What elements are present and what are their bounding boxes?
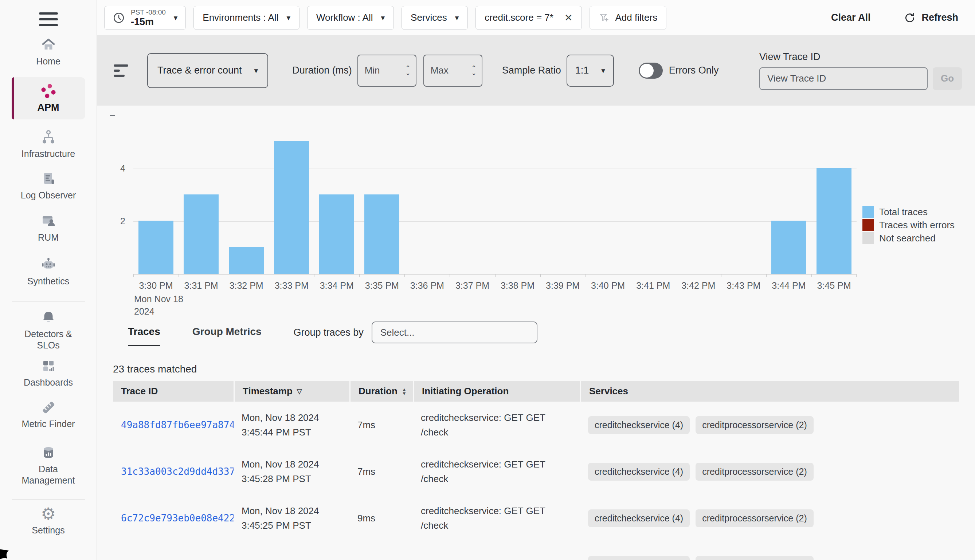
x-axis-tick [269, 274, 269, 277]
chart-options-icon[interactable] [114, 65, 128, 77]
tab-traces[interactable]: Traces [128, 326, 160, 346]
legend-swatch [862, 232, 874, 244]
chart-bar[interactable] [319, 195, 354, 274]
x-axis-label: 3:38 PM [492, 280, 543, 291]
filter-chip[interactable]: credit.score = 7*✕ [476, 6, 581, 30]
legend-item[interactable]: Traces with errors [862, 218, 955, 232]
duration-cell: 7ms [349, 402, 413, 448]
errors-only-toggle[interactable] [639, 63, 663, 78]
stepper-arrows-icon[interactable]: ⌃⌄ [405, 65, 410, 76]
group-by-select[interactable]: Select... [372, 322, 538, 343]
time-range-picker[interactable]: PST -08:00 -15m ▾ [104, 6, 186, 30]
tab-group-metrics[interactable]: Group Metrics [192, 326, 262, 346]
add-filters-button[interactable]: Add filters [589, 6, 667, 30]
duration-cell [349, 542, 413, 560]
sidebar-item-synthetics[interactable]: Synthetics [27, 256, 69, 287]
chart-bar[interactable] [229, 247, 264, 274]
service-chip[interactable]: creditcheckservice (4) [588, 556, 690, 560]
chart-bar[interactable] [184, 195, 219, 274]
synthetics-icon [40, 256, 57, 273]
chart-bar[interactable] [771, 221, 806, 274]
operation-cell: creditcheckservice: GET GET/check [413, 495, 580, 542]
trace-id-link[interactable]: 49a88fd87fb6ee97a874 [121, 420, 234, 430]
sidebar-item-metric-finder[interactable]: Metric Finder [22, 399, 75, 430]
sidebar-item-data-management[interactable]: Data Management [13, 444, 84, 486]
hamburger-menu-icon[interactable] [39, 12, 58, 26]
filter-dropdown-workflow[interactable]: Workflow : All▾ [307, 6, 394, 30]
sidebar: HomeAPMInfrastructureLog ObserverRUMSynt… [0, 0, 97, 560]
service-chip[interactable]: creditprocessorservice (2) [696, 509, 814, 527]
clear-all-button[interactable]: Clear All [831, 12, 871, 23]
service-chip[interactable]: creditcheckservice (4) [588, 416, 690, 434]
service-chip[interactable]: creditprocessorservice (2) [696, 556, 814, 560]
sidebar-item-apm[interactable]: APM [12, 77, 85, 120]
filter-dropdown-environments[interactable]: Environments : All▾ [194, 6, 299, 30]
tabs: TracesGroup Metrics [128, 326, 294, 346]
service-chip[interactable]: creditprocessorservice (2) [696, 416, 814, 434]
service-chip[interactable]: creditcheckservice (4) [588, 463, 690, 481]
duration-min-input[interactable]: Min ⌃⌄ [357, 55, 416, 87]
sidebar-nav: HomeAPMInfrastructureLog ObserverRUMSynt… [0, 37, 97, 536]
x-axis-label: 3:36 PM [402, 280, 452, 291]
sidebar-item-settings[interactable]: ⚙Settings [32, 505, 65, 536]
main-content: PST -08:00 -15m ▾ Environments : All▾Wor… [97, 0, 975, 560]
x-axis-date-label: Mon Nov 182024 [134, 293, 183, 318]
trace-id-cell [113, 542, 234, 560]
column-header-timestamp[interactable]: Timestamp▽ [234, 381, 349, 402]
x-axis-tick [314, 274, 314, 277]
column-header-duration[interactable]: Duration▲▼ [349, 381, 413, 402]
sort-icon[interactable]: ▲▼ [402, 387, 407, 395]
chart-type-dropdown[interactable]: Trace & error count ▾ [147, 53, 268, 88]
log-observer-icon [40, 170, 57, 187]
trace-id-link[interactable]: 31c33a003c2d9dd4d337 [121, 466, 234, 477]
service-chip[interactable]: creditprocessorservice (2) [696, 463, 814, 481]
legend-label: Traces with errors [879, 220, 955, 231]
sort-desc-icon[interactable]: ▽ [297, 387, 302, 395]
chart-bar[interactable] [139, 221, 174, 274]
column-header-label: Services [589, 386, 628, 397]
sidebar-item-rum[interactable]: RUM [38, 213, 58, 243]
refresh-button[interactable]: Refresh [904, 12, 958, 24]
sidebar-item-dashboards[interactable]: Dashboards [24, 358, 73, 388]
sidebar-item-log-observer[interactable]: Log Observer [21, 170, 76, 201]
close-icon[interactable]: ✕ [564, 12, 573, 24]
filter-label: Environments : All [202, 12, 278, 23]
chart-bar[interactable] [274, 141, 309, 274]
column-header-services[interactable]: Services [580, 381, 959, 402]
trace-id-link[interactable]: 6c72c9e793eb0e08e422 [121, 513, 234, 523]
chart-gridline [134, 168, 856, 169]
add-filters-label: Add filters [615, 12, 658, 23]
view-trace-id-input[interactable]: View Trace ID [759, 67, 928, 90]
operation-cell: creditcheckservice: GET GET/check [413, 402, 580, 448]
sidebar-item-infrastructure[interactable]: Infrastructure [22, 129, 75, 160]
timezone-label: PST -08:00 [131, 8, 166, 17]
services-cell: creditcheckservice (4)creditprocessorser… [580, 495, 959, 542]
refresh-icon [904, 12, 916, 24]
max-placeholder: Max [431, 65, 471, 76]
sidebar-item-label: Metric Finder [22, 418, 75, 430]
go-button[interactable]: Go [933, 67, 962, 90]
duration-cell: 9ms [349, 495, 413, 542]
x-axis-label: 3:35 PM [356, 280, 407, 291]
clock-icon [113, 12, 125, 24]
duration-max-input[interactable]: Max ⌃⌄ [423, 55, 482, 87]
legend-item[interactable]: Not searched [862, 232, 955, 245]
refresh-label: Refresh [922, 12, 958, 23]
legend-item[interactable]: Total traces [862, 205, 955, 218]
sidebar-item-label: Data Management [13, 463, 84, 486]
filter-list: Environments : All▾Workflow : All▾Servic… [194, 6, 589, 30]
x-axis-tick [179, 274, 179, 277]
x-axis-tick [811, 274, 812, 277]
sample-ratio-dropdown[interactable]: 1:1 ▾ [566, 55, 614, 87]
sidebar-item-detectors-slos[interactable]: Detectors & SLOs [13, 309, 84, 351]
chart-bar[interactable] [364, 195, 399, 274]
service-chip[interactable]: creditcheckservice (4) [588, 509, 690, 527]
x-axis-label: 3:41 PM [628, 280, 679, 291]
chart-bar[interactable] [816, 168, 851, 274]
filter-dropdown-services[interactable]: Services▾ [402, 6, 468, 30]
stepper-arrows-icon[interactable]: ⌃⌄ [471, 65, 476, 76]
timestamp-cell: Mon, Nov 18 20243:45:44 PM PST [234, 402, 349, 448]
sidebar-item-home[interactable]: Home [36, 37, 60, 67]
column-header-trace-id[interactable]: Trace ID [113, 381, 234, 402]
column-header-initiating-operation[interactable]: Initiating Operation [413, 381, 580, 402]
